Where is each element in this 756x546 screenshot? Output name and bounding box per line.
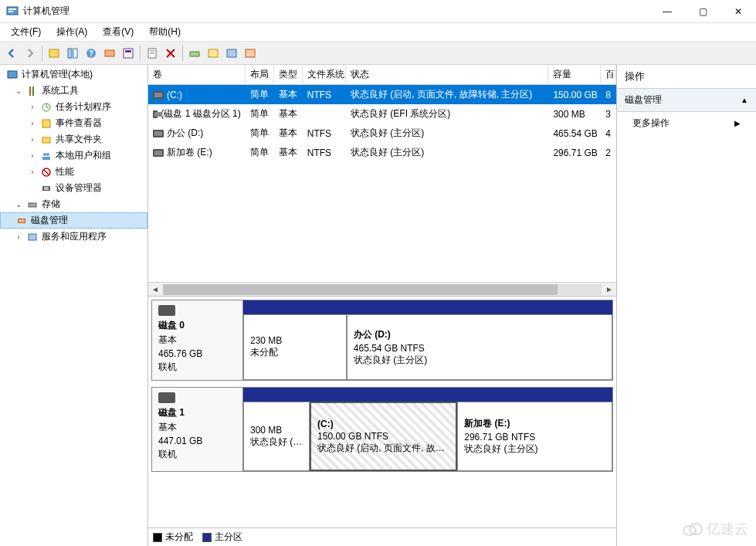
svg-rect-36 [29,234,36,240]
svg-rect-1 [8,8,16,10]
disk-hardware-icon [158,305,175,316]
disk-top-bar [243,300,612,314]
tree-local-users[interactable]: › 本地用户和组 [0,148,147,164]
volume-row[interactable]: (磁盘 1 磁盘分区 1) 简单 基本 状态良好 (EFI 系统分区) 300 … [148,104,616,124]
svg-point-27 [46,153,49,156]
col-header-layout[interactable]: 布局 [246,65,274,84]
partition-block[interactable]: 300 MB 状态良好 (EFI [243,402,310,471]
svg-line-30 [44,170,49,175]
actions-disk-management[interactable]: 磁盘管理 ▲ [617,89,756,112]
col-header-volume[interactable]: 卷 [148,65,246,84]
app-icon [6,5,19,18]
partition-block-selected[interactable]: (C:) 150.00 GB NTFS 状态良好 (启动, 页面文件, 故障转 [310,402,457,471]
window-controls: — ▢ ✕ [649,0,756,23]
actions-header: 操作 [617,65,756,89]
partition-block[interactable]: 新加卷 (E:) 296.71 GB NTFS 状态良好 (主分区) [457,402,612,471]
minimize-button[interactable]: — [649,0,685,23]
tree-disk-management[interactable]: › 磁盘管理 [0,212,147,229]
help-icon[interactable]: ? [83,45,100,62]
toolbar-icon[interactable] [101,45,118,62]
svg-rect-25 [42,137,50,143]
menu-action[interactable]: 操作(A) [49,24,95,40]
col-header-capacity[interactable]: 容量 [548,65,601,84]
toolbar-icon[interactable] [120,45,137,62]
tree-performance[interactable]: › 性能 [0,164,147,180]
svg-rect-24 [42,120,50,127]
disk-top-bar [243,388,612,402]
svg-rect-14 [190,52,199,56]
volume-row[interactable]: 新加卷 (E:) 简单 基本 NTFS 状态良好 (主分区) 296.71 GB… [148,143,616,162]
svg-rect-10 [125,50,131,53]
title-bar: 计算机管理 — ▢ ✕ [0,0,756,23]
tree-storage[interactable]: ⌄ 存储 [0,196,147,212]
back-button[interactable] [3,45,20,62]
volume-icon [153,110,158,118]
toolbar-icon[interactable] [64,45,81,62]
svg-rect-8 [105,50,114,56]
volume-list-header: 卷 布局 类型 文件系统 状态 容量 百 [148,65,616,85]
toolbar-icon[interactable] [223,45,240,62]
svg-rect-9 [124,49,133,58]
disk-info: 磁盘 1 基本 447.01 GB 联机 [152,388,243,471]
tree-services-apps[interactable]: › 服务和应用程序 [0,229,147,245]
tree-system-tools[interactable]: ⌄ 系统工具 [0,83,147,99]
toolbar-icon[interactable] [205,45,222,62]
col-header-filesystem[interactable]: 文件系统 [303,65,346,84]
volume-icon [153,91,164,99]
actions-more[interactable]: 更多操作 ▶ [617,112,756,134]
svg-rect-2 [8,11,13,12]
toolbar-icon[interactable] [242,45,259,62]
col-header-type[interactable]: 类型 [274,65,303,84]
legend: 未分配 主分区 [148,527,616,546]
disk-row[interactable]: 磁盘 0 基本 465.76 GB 联机 230 MB 未分配 办公 (D:) [151,300,613,381]
tree-shared-folders[interactable]: › 共享文件夹 [0,131,147,148]
volume-list-body[interactable]: (C:) 简单 基本 NTFS 状态良好 (启动, 页面文件, 故障转储, 主分… [148,85,616,282]
svg-rect-16 [227,49,236,57]
svg-rect-35 [19,219,25,222]
tree-device-manager[interactable]: › 设备管理器 [0,180,147,196]
svg-rect-4 [68,49,72,58]
volume-row[interactable]: (C:) 简单 基本 NTFS 状态良好 (启动, 页面文件, 故障转储, 主分… [148,85,616,104]
chevron-up-icon: ▲ [741,96,748,104]
svg-text:?: ? [89,49,93,58]
svg-rect-33 [29,203,36,207]
disk-row[interactable]: 磁盘 1 基本 447.01 GB 联机 300 MB 状态良好 (EFI (C… [151,387,613,472]
maximize-button[interactable]: ▢ [685,0,720,23]
forward-button[interactable] [22,45,39,62]
disk-info: 磁盘 0 基本 465.76 GB 联机 [152,300,243,380]
partition-block[interactable]: 办公 (D:) 465.54 GB NTFS 状态良好 (主分区) [347,314,612,380]
toolbar-icon[interactable] [46,45,63,62]
horizontal-scrollbar[interactable]: ◄ ► [148,282,616,296]
svg-rect-3 [49,49,59,57]
svg-rect-32 [44,187,49,190]
svg-rect-18 [8,71,17,78]
legend-primary: 主分区 [202,531,242,544]
partition-block[interactable]: 230 MB 未分配 [243,314,347,380]
navigation-tree[interactable]: 计算机管理(本地) ⌄ 系统工具 › 任务计划程序 › 事件查看器 › 共享文件… [0,65,148,546]
svg-rect-19 [29,86,31,96]
col-header-status[interactable]: 状态 [346,65,548,84]
scroll-left-icon[interactable]: ◄ [148,283,162,296]
svg-rect-28 [42,157,50,160]
menu-help[interactable]: 帮助(H) [141,24,188,40]
volume-icon [153,149,164,157]
tree-root[interactable]: 计算机管理(本地) [0,66,147,83]
col-header-free[interactable]: 百 [601,65,616,84]
svg-point-26 [43,153,46,156]
delete-icon[interactable] [162,45,179,62]
scroll-right-icon[interactable]: ► [602,283,616,296]
menu-view[interactable]: 查看(V) [95,24,141,40]
svg-rect-15 [208,49,218,57]
chevron-right-icon: ▶ [734,119,741,127]
toolbar-icon[interactable] [186,45,203,62]
tree-event-viewer[interactable]: › 事件查看器 [0,115,147,131]
tree-task-scheduler[interactable]: › 任务计划程序 [0,99,147,115]
menu-file[interactable]: 文件(F) [3,24,49,40]
svg-rect-20 [32,86,34,96]
disk-hardware-icon [158,392,175,403]
window-title: 计算机管理 [23,5,649,18]
close-button[interactable]: ✕ [720,0,756,23]
legend-unallocated: 未分配 [153,531,193,544]
toolbar-icon[interactable] [144,45,161,62]
volume-row[interactable]: 办公 (D:) 简单 基本 NTFS 状态良好 (主分区) 465.54 GB … [148,124,616,143]
